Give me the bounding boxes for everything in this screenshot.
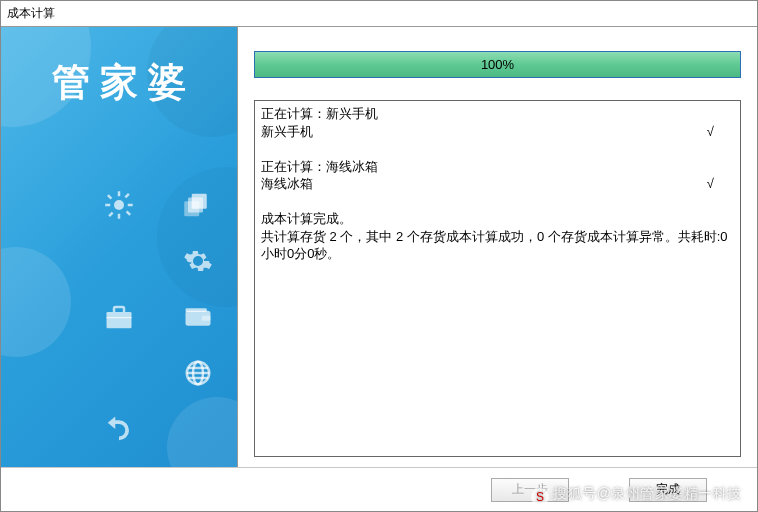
log-line: 正在计算：新兴手机: [261, 105, 734, 123]
globe-icon: [183, 358, 213, 388]
window-title: 成本计算: [1, 1, 757, 26]
svg-rect-16: [185, 308, 206, 312]
progress-label: 100%: [255, 52, 740, 77]
sidebar-banner: 管家婆: [1, 27, 238, 467]
svg-rect-3: [105, 204, 110, 207]
app-logo-text: 管家婆: [1, 57, 237, 108]
svg-point-0: [114, 200, 124, 210]
svg-rect-7: [124, 193, 129, 198]
svg-rect-2: [118, 214, 121, 219]
svg-rect-13: [106, 317, 131, 318]
layers-icon: [183, 190, 213, 220]
log-output[interactable]: 正在计算：新兴手机新兴手机√正在计算：海线冰箱海线冰箱√成本计算完成。共计算存货…: [254, 100, 741, 457]
undo-icon: [104, 414, 134, 444]
svg-rect-15: [201, 316, 210, 321]
svg-rect-6: [126, 210, 131, 215]
svg-rect-1: [118, 191, 121, 196]
checkmark-icon: √: [707, 123, 734, 141]
log-line: 成本计算完成。: [261, 210, 734, 228]
svg-rect-5: [107, 194, 112, 199]
content-area: 管家婆: [1, 26, 757, 467]
log-line: 共计算存货 2 个，其中 2 个存货成本计算成功，0 个存货成本计算异常。共耗时…: [261, 228, 734, 263]
svg-rect-8: [108, 212, 113, 217]
svg-rect-4: [128, 204, 133, 207]
svg-rect-12: [106, 312, 131, 328]
previous-button[interactable]: 上一步: [491, 478, 569, 502]
sun-icon: [104, 190, 134, 220]
main-panel: 100% 正在计算：新兴手机新兴手机√正在计算：海线冰箱海线冰箱√成本计算完成。…: [238, 27, 757, 467]
log-line: 正在计算：海线冰箱: [261, 158, 734, 176]
decorative-icon-grid: [1, 177, 237, 457]
svg-rect-11: [184, 201, 199, 216]
wallet-icon: [183, 302, 213, 332]
checkmark-icon: √: [707, 175, 734, 193]
log-line: 新兴手机√: [261, 123, 734, 141]
gear-icon: [183, 246, 213, 276]
button-bar: 上一步 完成: [1, 467, 757, 511]
progress-bar: 100%: [254, 51, 741, 78]
briefcase-icon: [104, 302, 134, 332]
log-line: 海线冰箱√: [261, 175, 734, 193]
finish-button[interactable]: 完成: [629, 478, 707, 502]
